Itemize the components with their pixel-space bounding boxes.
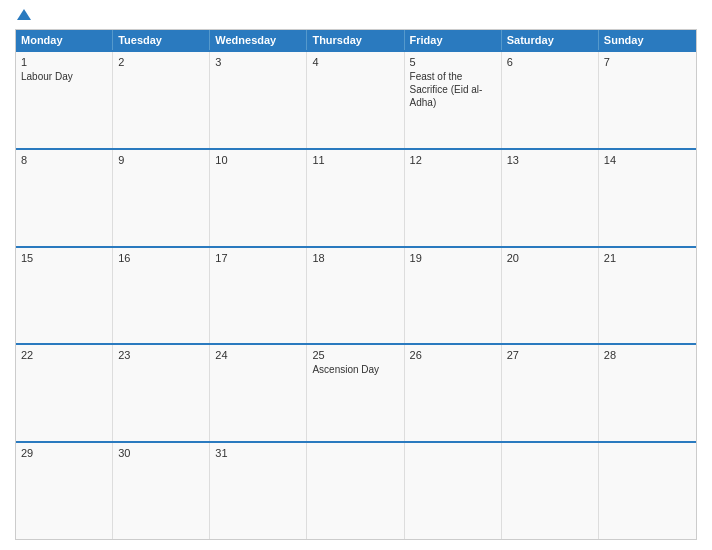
- logo-triangle-icon: [17, 9, 31, 20]
- day-number: 19: [410, 252, 496, 264]
- holiday-label: Labour Day: [21, 70, 107, 83]
- day-number: 25: [312, 349, 398, 361]
- header-day-saturday: Saturday: [502, 30, 599, 50]
- calendar-cell: [307, 443, 404, 539]
- calendar-cell: 1Labour Day: [16, 52, 113, 148]
- day-number: 21: [604, 252, 691, 264]
- day-number: 18: [312, 252, 398, 264]
- header-day-monday: Monday: [16, 30, 113, 50]
- calendar-cell: 10: [210, 150, 307, 246]
- week-row-5: 293031: [16, 441, 696, 539]
- calendar-cell: 8: [16, 150, 113, 246]
- day-number: 1: [21, 56, 107, 68]
- day-number: 7: [604, 56, 691, 68]
- day-number: 28: [604, 349, 691, 361]
- calendar-body: 1Labour Day2345Feast of the Sacrifice (E…: [16, 50, 696, 539]
- day-number: 17: [215, 252, 301, 264]
- logo: [15, 10, 31, 21]
- calendar-cell: 2: [113, 52, 210, 148]
- calendar-cell: 9: [113, 150, 210, 246]
- calendar-header: MondayTuesdayWednesdayThursdayFridaySatu…: [16, 30, 696, 50]
- calendar-cell: 6: [502, 52, 599, 148]
- week-row-4: 22232425Ascension Day262728: [16, 343, 696, 441]
- calendar-cell: 14: [599, 150, 696, 246]
- day-number: 8: [21, 154, 107, 166]
- calendar-cell: 29: [16, 443, 113, 539]
- header: [15, 10, 697, 21]
- holiday-label: Ascension Day: [312, 363, 398, 376]
- calendar-cell: 16: [113, 248, 210, 344]
- day-number: 14: [604, 154, 691, 166]
- day-number: 30: [118, 447, 204, 459]
- day-number: 9: [118, 154, 204, 166]
- day-number: 15: [21, 252, 107, 264]
- header-day-wednesday: Wednesday: [210, 30, 307, 50]
- week-row-3: 15161718192021: [16, 246, 696, 344]
- day-number: 6: [507, 56, 593, 68]
- calendar-cell: 13: [502, 150, 599, 246]
- header-day-friday: Friday: [405, 30, 502, 50]
- day-number: 13: [507, 154, 593, 166]
- day-number: 11: [312, 154, 398, 166]
- header-day-sunday: Sunday: [599, 30, 696, 50]
- calendar-cell: 28: [599, 345, 696, 441]
- calendar-cell: 11: [307, 150, 404, 246]
- calendar-cell: 17: [210, 248, 307, 344]
- header-day-tuesday: Tuesday: [113, 30, 210, 50]
- day-number: 24: [215, 349, 301, 361]
- header-day-thursday: Thursday: [307, 30, 404, 50]
- calendar-cell: [405, 443, 502, 539]
- day-number: 29: [21, 447, 107, 459]
- week-row-2: 891011121314: [16, 148, 696, 246]
- calendar-cell: 18: [307, 248, 404, 344]
- calendar-cell: 3: [210, 52, 307, 148]
- day-number: 20: [507, 252, 593, 264]
- calendar-cell: 31: [210, 443, 307, 539]
- day-number: 16: [118, 252, 204, 264]
- calendar-cell: 21: [599, 248, 696, 344]
- calendar-cell: 12: [405, 150, 502, 246]
- day-number: 4: [312, 56, 398, 68]
- calendar-cell: 4: [307, 52, 404, 148]
- day-number: 10: [215, 154, 301, 166]
- day-number: 31: [215, 447, 301, 459]
- day-number: 27: [507, 349, 593, 361]
- calendar-cell: 19: [405, 248, 502, 344]
- day-number: 22: [21, 349, 107, 361]
- week-row-1: 1Labour Day2345Feast of the Sacrifice (E…: [16, 50, 696, 148]
- calendar-cell: 7: [599, 52, 696, 148]
- calendar-cell: 26: [405, 345, 502, 441]
- day-number: 26: [410, 349, 496, 361]
- day-number: 2: [118, 56, 204, 68]
- calendar-cell: [599, 443, 696, 539]
- day-number: 12: [410, 154, 496, 166]
- calendar-cell: 24: [210, 345, 307, 441]
- holiday-label: Feast of the Sacrifice (Eid al-Adha): [410, 70, 496, 109]
- calendar-cell: 27: [502, 345, 599, 441]
- calendar-cell: [502, 443, 599, 539]
- day-number: 23: [118, 349, 204, 361]
- calendar-cell: 5Feast of the Sacrifice (Eid al-Adha): [405, 52, 502, 148]
- calendar-cell: 15: [16, 248, 113, 344]
- calendar-cell: 23: [113, 345, 210, 441]
- day-number: 3: [215, 56, 301, 68]
- page: MondayTuesdayWednesdayThursdayFridaySatu…: [0, 0, 712, 550]
- calendar-cell: 22: [16, 345, 113, 441]
- calendar-cell: 30: [113, 443, 210, 539]
- calendar-cell: 25Ascension Day: [307, 345, 404, 441]
- calendar-cell: 20: [502, 248, 599, 344]
- calendar: MondayTuesdayWednesdayThursdayFridaySatu…: [15, 29, 697, 540]
- day-number: 5: [410, 56, 496, 68]
